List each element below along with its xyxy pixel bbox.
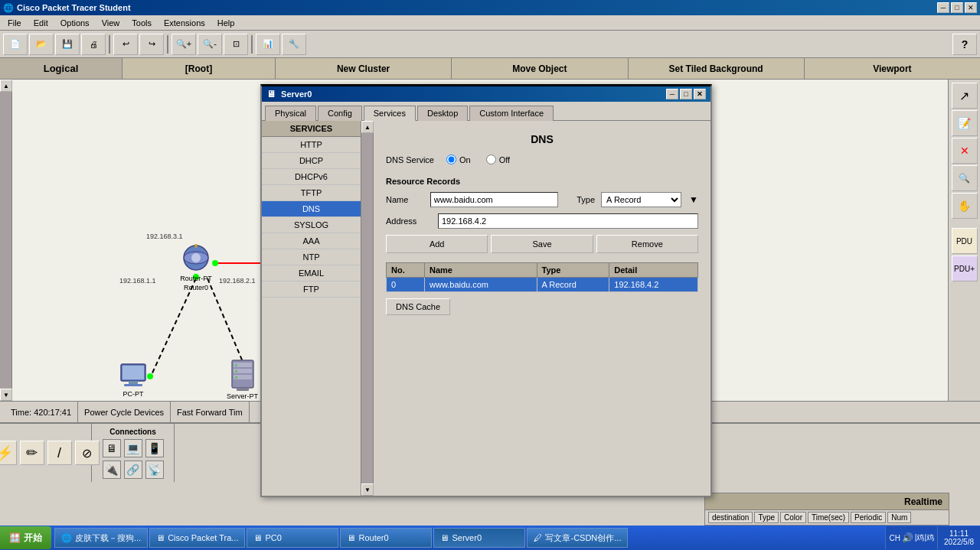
taskbar-item-csdn[interactable]: 🖊 写文章-CSDN创作... (527, 528, 628, 548)
menu-help[interactable]: Help (213, 17, 240, 29)
taskbar-item-browser[interactable]: 🌐 皮肤下载－搜狗... (54, 528, 148, 548)
tool-pdu-simple[interactable]: PDU (952, 228, 978, 254)
svc-scroll-down[interactable]: ▼ (361, 483, 374, 496)
undo-btn[interactable]: ↩ (113, 34, 138, 55)
service-dns[interactable]: DNS (262, 201, 361, 217)
help-icon-btn[interactable]: ? (952, 34, 977, 55)
menu-view[interactable]: View (97, 17, 125, 29)
svg-rect-15 (124, 384, 142, 386)
header-root[interactable]: [Root] (122, 58, 276, 79)
dns-radio-on-input[interactable] (446, 155, 456, 164)
tool-note[interactable]: 📝 (952, 110, 978, 136)
dns-radio-on[interactable]: On (446, 155, 471, 164)
service-aaa[interactable]: AAA (262, 233, 361, 249)
col-color: Color (780, 512, 806, 523)
dialog-minimize-btn[interactable]: ─ (666, 89, 678, 99)
service-tftp[interactable]: TFTP (262, 185, 361, 201)
header-new-cluster[interactable]: New Cluster (276, 58, 452, 79)
tool-zoom-in[interactable]: 🔍 (952, 165, 978, 191)
menu-edit[interactable]: Edit (29, 17, 53, 29)
name-input[interactable] (430, 192, 559, 207)
tool-hand[interactable]: ✋ (952, 193, 978, 219)
service-syslog[interactable]: SYSLOG (262, 217, 361, 233)
address-input[interactable] (438, 213, 698, 229)
taskbar-item-pkt[interactable]: 🖥 Cisco Packet Tra... (149, 528, 245, 548)
server0-node[interactable]: Server-PTServer0 (227, 359, 258, 401)
taskbar-item-router0[interactable]: 🖥 Router0 (340, 528, 432, 548)
fast-forward-btn[interactable]: Fast Forward Tim (171, 402, 250, 422)
dns-radio-off-input[interactable] (486, 155, 496, 164)
print-btn[interactable]: 🖨 (81, 34, 106, 55)
zoom-out-btn[interactable]: 🔍- (198, 34, 222, 55)
conn-6[interactable]: 📡 (145, 461, 164, 479)
dns-cache-button[interactable]: DNS Cache (386, 298, 450, 315)
tool-pdu-complex[interactable]: PDU+ (952, 255, 978, 282)
remove-button[interactable]: Remove (596, 235, 698, 253)
svc-scroll-up[interactable]: ▲ (361, 121, 374, 133)
type-select[interactable]: A Record AAAA Record CNAME Record MX Rec… (601, 192, 681, 207)
menu-tools[interactable]: Tools (127, 17, 156, 29)
palette-pencil-btn[interactable]: ✏ (20, 441, 44, 465)
zoom-fit-btn[interactable]: ⊡ (224, 34, 248, 55)
minimize-button[interactable]: ─ (937, 2, 949, 13)
open-btn[interactable]: 📂 (29, 34, 54, 55)
service-dhcp[interactable]: DHCP (262, 153, 361, 169)
taskbar-clock[interactable]: 11:11 2022/5/8 (937, 526, 980, 549)
service-email[interactable]: EMAIL (262, 265, 361, 282)
tab-desktop[interactable]: Desktop (417, 106, 468, 121)
menu-extensions[interactable]: Extensions (159, 17, 210, 29)
redo-btn[interactable]: ↪ (139, 34, 164, 55)
power-cycle-btn[interactable]: Power Cycle Devices (78, 402, 171, 422)
records-table: No. Name Type Detail 0 www.baidu.com A R… (386, 262, 698, 292)
save-button[interactable]: Save (491, 235, 593, 253)
taskbar-item-pc0[interactable]: 🖥 PC0 (247, 528, 338, 548)
header-logical[interactable]: Logical (0, 58, 122, 79)
service-http[interactable]: HTTP (262, 137, 361, 153)
scroll-down-btn[interactable]: ▼ (0, 389, 12, 401)
cell-no: 0 (387, 278, 425, 292)
scroll-up-btn[interactable]: ▲ (0, 80, 12, 92)
tab-physical[interactable]: Physical (265, 106, 316, 121)
start-button[interactable]: 🪟 开始 (0, 526, 51, 549)
taskbar-item-server0[interactable]: 🖥 Server0 (433, 528, 525, 548)
table-row[interactable]: 0 www.baidu.com A Record 192.168.4.2 (387, 278, 698, 292)
tool-select[interactable]: ↗ (952, 83, 978, 109)
header-move-object[interactable]: Move Object (452, 58, 628, 79)
palette-lightning-btn[interactable]: ⚡ (0, 441, 17, 465)
header-viewport[interactable]: Viewport (805, 58, 980, 79)
header-set-tiled[interactable]: Set Tiled Background (629, 58, 805, 79)
add-button[interactable]: Add (386, 235, 488, 253)
activity-btn[interactable]: 📊 (256, 34, 280, 55)
tab-custom-interface[interactable]: Custom Interface (469, 106, 554, 121)
new-btn[interactable]: 📄 (3, 34, 28, 55)
tool-delete[interactable]: ✕ (952, 138, 978, 164)
service-dhcpv6[interactable]: DHCPv6 (262, 169, 361, 185)
taskbar-tray: CH 🔊 |鸡|鸡 (885, 526, 937, 549)
dialog-maximize-btn[interactable]: □ (680, 89, 692, 99)
tray-ch: CH (889, 534, 900, 542)
taskbar-items: 🌐 皮肤下载－搜狗... 🖥 Cisco Packet Tra... 🖥 PC0… (51, 526, 885, 549)
tab-services[interactable]: Services (364, 106, 416, 121)
tab-config[interactable]: Config (318, 106, 362, 121)
close-button[interactable]: ✕ (965, 2, 977, 13)
dialog-close-btn[interactable]: ✕ (694, 89, 706, 99)
router0-node[interactable]: Router-PTRouter0 (177, 244, 215, 292)
conn-2[interactable]: 💻 (124, 439, 142, 457)
conn-3[interactable]: 📱 (145, 439, 164, 457)
palette-line-btn[interactable]: / (47, 441, 72, 465)
service-ntp[interactable]: NTP (262, 249, 361, 265)
dns-radio-off[interactable]: Off (486, 155, 510, 164)
pc0-label: PC0 (265, 533, 281, 542)
save-btn[interactable]: 💾 (55, 34, 80, 55)
service-ftp[interactable]: FTP (262, 282, 361, 298)
conn-4[interactable]: 🔌 (103, 461, 121, 479)
maximize-button[interactable]: □ (951, 2, 963, 13)
inspect-btn[interactable]: 🔧 (282, 34, 306, 55)
pc0-node[interactable]: PC-PTPC0 (118, 363, 149, 401)
menu-options[interactable]: Options (56, 17, 94, 29)
palette-tools: ⚡ ✏ / ⊘ (0, 424, 92, 482)
menu-file[interactable]: File (3, 17, 26, 29)
conn-5[interactable]: 🔗 (124, 461, 142, 479)
conn-1[interactable]: 🖥 (103, 439, 121, 457)
zoom-in-btn[interactable]: 🔍+ (172, 34, 196, 55)
